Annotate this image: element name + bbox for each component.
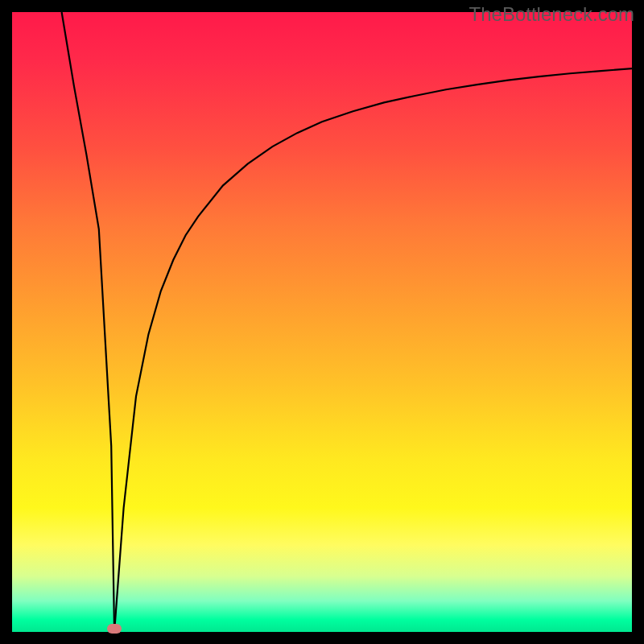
minimum-marker: [107, 624, 122, 634]
curve-right-branch: [114, 68, 632, 632]
curve-left-branch: [62, 12, 114, 632]
watermark-text: TheBottleneck.com: [469, 3, 634, 26]
chart-plot-area: [12, 12, 632, 632]
chart-curve: [12, 12, 632, 632]
